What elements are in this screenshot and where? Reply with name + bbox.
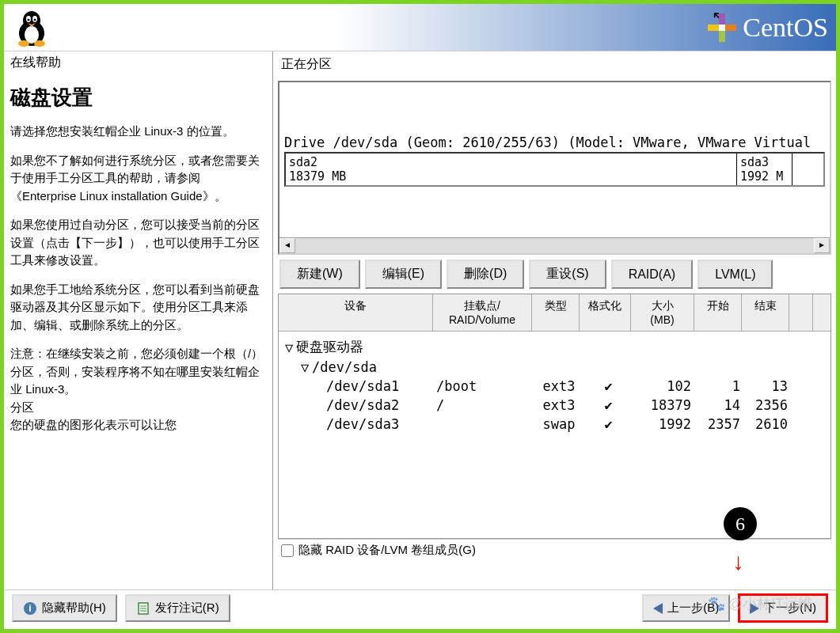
svg-rect-12 [725, 25, 736, 31]
svg-rect-13 [719, 25, 725, 31]
help-para: 如果您不了解如何进行系统分区，或者您需要关于使用手工分区工具的帮助，请参阅《En… [10, 152, 266, 206]
table-row[interactable]: /dev/sda2 / ext3 ✔ 18379 14 2356 [282, 396, 827, 415]
drive-bar[interactable]: sda2 18379 MB sda3 1992 M [284, 152, 825, 187]
table-row[interactable]: /dev/sda1 /boot ext3 ✔ 102 1 13 [282, 377, 827, 396]
help-title: 在线帮助 [4, 51, 272, 74]
check-icon: ✔ [583, 378, 634, 394]
delete-button[interactable]: 删除(D) [447, 260, 524, 289]
drive-segment-sda2[interactable]: sda2 18379 MB [286, 154, 737, 185]
help-heading: 磁盘设置 [10, 84, 266, 112]
tree-toggle-icon[interactable]: ▽ [298, 359, 312, 375]
hide-raid-row: 隐藏 RAID 设备/LVM 卷组成员(G) [278, 539, 831, 561]
header: ↖ CentOS [4, 4, 836, 51]
help-para: 注意：在继续安装之前，您必须创建一个根（/）分区，否则，安装程序将不知在哪里安装… [10, 345, 266, 434]
triangle-left-icon [653, 603, 663, 614]
svg-point-6 [34, 18, 36, 21]
table-header: 设备 挂载点/ RAID/Volume 类型 格式化 大小 (MB) 开始 结束 [279, 294, 830, 332]
help-para: 请选择您想安装红帽企业 Linux-3 的位置。 [10, 123, 266, 141]
drive-segment-sda3[interactable]: sda3 1992 M [737, 154, 792, 185]
partition-table: 设备 挂载点/ RAID/Volume 类型 格式化 大小 (MB) 开始 结束… [278, 294, 831, 539]
horizontal-scrollbar[interactable]: ◂ ▸ [279, 237, 830, 253]
raid-button[interactable]: RAID(A) [611, 260, 694, 289]
header-mount[interactable]: 挂载点/ RAID/Volume [433, 294, 532, 331]
table-body[interactable]: ▽ 硬盘驱动器 ▽ /dev/sda /dev/sda1 /boot ext3 … [279, 332, 830, 538]
action-toolbar: 新建(W) 编辑(E) 删除(D) 重设(S) RAID(A) LVM(L) [278, 260, 831, 289]
header-device[interactable]: 设备 [279, 294, 433, 331]
drive-panel: Drive /dev/sda (Geom: 2610/255/63) (Mode… [278, 81, 831, 255]
lvm-button[interactable]: LVM(L) [697, 260, 773, 289]
centos-logo: CentOS [706, 12, 828, 44]
edit-button[interactable]: 编辑(E) [365, 260, 442, 289]
header-type[interactable]: 类型 [532, 294, 580, 331]
svg-rect-9 [719, 13, 725, 25]
svg-point-7 [18, 40, 29, 47]
table-row[interactable]: /dev/sda3 swap ✔ 1992 2357 2610 [282, 415, 827, 434]
table-row-disk[interactable]: ▽ /dev/sda [282, 358, 827, 377]
hide-raid-label: 隐藏 RAID 设备/LVM 卷组成员(G) [298, 543, 476, 558]
brand-text: CentOS [743, 13, 828, 43]
tree-toggle-icon[interactable]: ▽ [282, 339, 296, 355]
partition-pane: 正在分区 Drive /dev/sda (Geom: 2610/255/63) … [273, 51, 836, 589]
info-icon: i [23, 601, 37, 616]
release-notes-button[interactable]: 发行注记(R) [125, 594, 230, 622]
help-para: 如果您使用过自动分区，您可以接受当前的分区设置（点击【下一步】），也可以使用手工… [10, 216, 266, 270]
help-pane: 在线帮助 磁盘设置 请选择您想安装红帽企业 Linux-3 的位置。 如果您不了… [4, 51, 273, 589]
tux-icon [12, 8, 51, 47]
help-para: 如果您手工地给系统分区，您可以看到当前硬盘驱动器及其分区显示如下。使用分区工具来… [10, 281, 266, 335]
svg-rect-10 [719, 31, 725, 42]
drive-label: Drive /dev/sda (Geom: 2610/255/63) (Mode… [284, 135, 825, 150]
header-start[interactable]: 开始 [694, 294, 742, 331]
watermark: 🐾@小林IT运维 [708, 594, 812, 613]
header-size[interactable]: 大小 (MB) [631, 294, 694, 331]
arrow-down-icon: ↓ [732, 548, 744, 575]
document-icon [136, 601, 150, 616]
help-content[interactable]: 磁盘设置 请选择您想安装红帽企业 Linux-3 的位置。 如果您不了解如何进行… [4, 74, 272, 589]
check-icon: ✔ [583, 397, 634, 413]
svg-point-8 [34, 40, 45, 47]
scroll-left-icon[interactable]: ◂ [279, 238, 295, 253]
new-button[interactable]: 新建(W) [279, 260, 360, 289]
svg-rect-11 [708, 25, 719, 31]
hide-help-button[interactable]: i 隐藏帮助(H) [12, 594, 117, 622]
scroll-right-icon[interactable]: ▸ [814, 238, 830, 253]
svg-point-5 [28, 18, 30, 21]
partition-title: 正在分区 [278, 55, 831, 74]
svg-text:i: i [29, 603, 31, 614]
header-format[interactable]: 格式化 [580, 294, 631, 331]
hide-raid-checkbox[interactable] [281, 544, 294, 557]
check-icon: ✔ [583, 416, 634, 432]
step-badge: 6 [724, 507, 757, 540]
reset-button[interactable]: 重设(S) [529, 260, 606, 289]
header-end[interactable]: 结束 [742, 294, 789, 331]
table-row-root[interactable]: ▽ 硬盘驱动器 [282, 336, 827, 358]
